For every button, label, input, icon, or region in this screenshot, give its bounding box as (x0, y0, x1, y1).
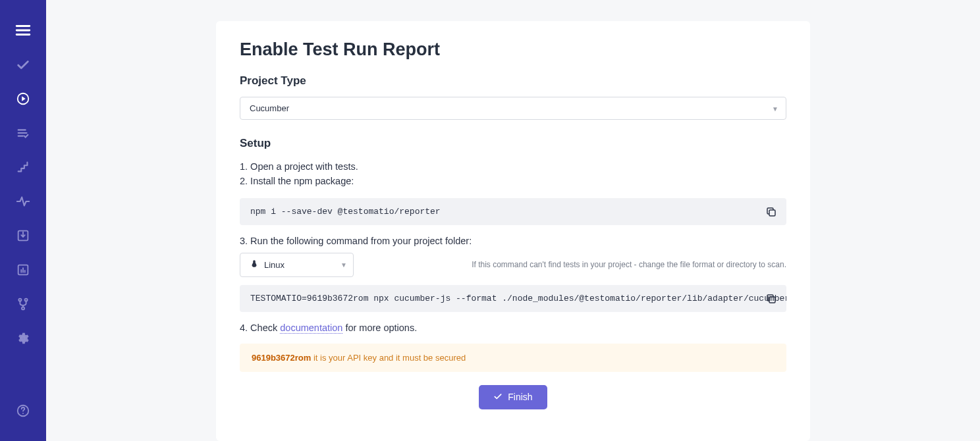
scan-hint: If this command can't find tests in your… (472, 260, 786, 269)
linux-icon (250, 259, 259, 271)
sidebar (0, 0, 46, 441)
sidebar-item-import[interactable] (0, 220, 46, 254)
finish-label: Finish (508, 392, 532, 402)
api-key-value: 9619b3672rom (252, 353, 311, 363)
setup-step-1: 1. Open a project with tests. (240, 159, 786, 174)
setup-step-4: 4. Check documentation for more options. (240, 323, 786, 333)
api-key-alert: 9619b3672rom it is your API key and it m… (240, 344, 786, 372)
check-icon (16, 57, 30, 74)
sidebar-item-tests[interactable] (0, 49, 46, 83)
sidebar-menu-toggle[interactable] (0, 14, 46, 49)
svg-marker-4 (22, 96, 26, 101)
chart-icon (16, 263, 30, 280)
setup-heading: Setup (240, 137, 786, 150)
svg-rect-20 (769, 297, 775, 303)
setup-step-3: 3. Run the following command from your p… (240, 236, 786, 246)
stairs-icon (16, 160, 30, 177)
sidebar-item-branches[interactable] (0, 288, 46, 323)
copy-icon (765, 206, 777, 220)
project-type-select[interactable]: Cucumber ▼ (240, 97, 786, 120)
main-content: Enable Test Run Report Project Type Cucu… (46, 0, 980, 441)
sidebar-item-pulse[interactable] (0, 186, 46, 220)
os-select[interactable]: Linux ▼ (240, 253, 354, 277)
sidebar-item-analytics[interactable] (0, 254, 46, 288)
project-type-heading: Project Type (240, 74, 786, 88)
sidebar-item-help[interactable] (0, 395, 46, 429)
gear-icon (16, 331, 30, 348)
project-type-value: Cucumber (240, 97, 786, 120)
import-icon (16, 228, 30, 246)
svg-rect-19 (769, 210, 775, 216)
copy-run-button[interactable] (763, 292, 780, 309)
hamburger-icon (14, 22, 32, 41)
api-key-text: it is your API key and it must be secure… (311, 353, 466, 363)
install-command: npm i --save-dev @testomatio/reporter (240, 198, 786, 225)
branch-icon (16, 297, 30, 314)
play-circle-icon (16, 91, 30, 109)
sidebar-item-steps[interactable] (0, 151, 46, 186)
sidebar-item-plans[interactable] (0, 117, 46, 151)
setup-steps: 1. Open a project with tests. 2. Install… (240, 159, 786, 189)
finish-button[interactable]: Finish (479, 385, 547, 409)
list-check-icon (16, 126, 30, 143)
help-icon (16, 403, 30, 421)
run-command: TESTOMATIO=9619b3672rom npx cucumber-js … (240, 285, 786, 312)
setup-step-2: 2. Install the npm package: (240, 174, 786, 188)
activity-icon (16, 194, 30, 211)
check-icon (493, 392, 503, 403)
copy-icon (765, 293, 777, 307)
sidebar-item-settings[interactable] (0, 323, 46, 357)
setup-card: Enable Test Run Report Project Type Cucu… (216, 21, 810, 441)
copy-install-button[interactable] (763, 205, 780, 222)
documentation-link[interactable]: documentation (280, 323, 342, 334)
sidebar-item-runs[interactable] (0, 83, 46, 117)
page-title: Enable Test Run Report (240, 39, 786, 60)
svg-point-18 (22, 413, 24, 414)
os-value: Linux (264, 260, 285, 270)
